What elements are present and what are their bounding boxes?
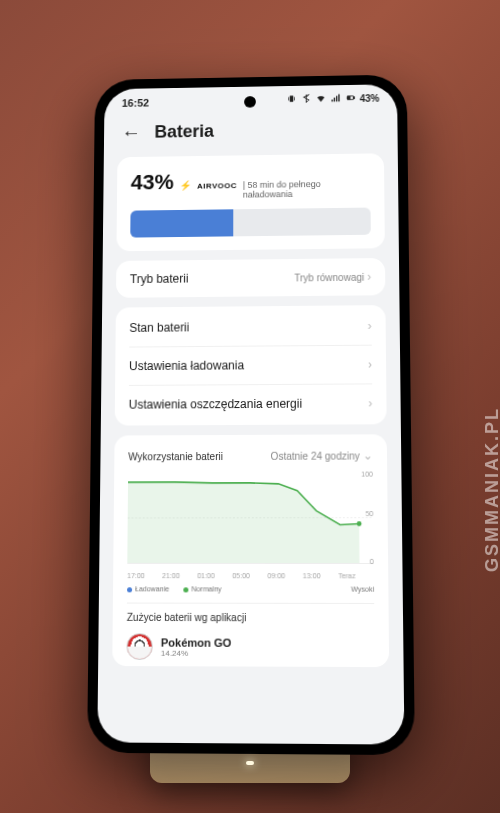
phone-frame: 16:52 43% ← — [87, 74, 415, 755]
x-tick: 09:00 — [267, 572, 285, 579]
battery-percent: 43% — [131, 169, 174, 194]
page-title: Bateria — [154, 121, 213, 142]
battery-summary-card: 43% ⚡ AIRVOOC | 58 min do pełnego nałado… — [116, 153, 384, 251]
site-watermark: GSMMANIAK.PL — [482, 407, 501, 572]
content: 43% ⚡ AIRVOOC | 58 min do pełnego nałado… — [97, 153, 404, 745]
svg-rect-1 — [288, 97, 289, 100]
wifi-icon — [315, 92, 326, 105]
page-header: ← Bateria — [104, 107, 398, 156]
row-battery-health[interactable]: Stan baterii › — [129, 307, 372, 346]
app-name: Pokémon GO — [161, 635, 375, 648]
battery-percent-row: 43% ⚡ AIRVOOC | 58 min do pełnego nałado… — [131, 166, 371, 200]
apps-usage-title: Zużycie baterii wg aplikacji — [127, 602, 375, 627]
row-label: Ustawienia ładowania — [129, 358, 244, 373]
x-tick: 05:00 — [232, 572, 250, 579]
chevron-right-icon: › — [368, 357, 372, 371]
battery-mode-value: Tryb równowagi — [294, 271, 364, 282]
stand-led — [246, 761, 254, 765]
charge-tech-label: AIRVOOC — [197, 181, 237, 190]
charge-eta: | 58 min do pełnego naładowania — [243, 178, 371, 199]
svg-point-7 — [357, 521, 362, 526]
x-tick: 01:00 — [197, 572, 215, 579]
signal-icon — [330, 92, 341, 105]
chevron-right-icon: › — [367, 269, 371, 283]
chart-x-labels: 17:00 21:00 01:00 05:00 09:00 13:00 Tera… — [127, 570, 374, 579]
legend-dot-normal — [183, 586, 188, 591]
legend-label: Ładowanie — [135, 585, 169, 592]
usage-period-label: Ostatnie 24 godziny — [271, 449, 360, 460]
camera-hole — [244, 96, 256, 108]
chart-svg — [127, 472, 374, 562]
x-tick: Teraz — [338, 572, 355, 579]
bluetooth-icon — [301, 93, 312, 106]
chevron-right-icon: › — [368, 396, 372, 410]
charging-bolt-icon: ⚡ — [180, 180, 192, 191]
screen: 16:52 43% ← — [97, 84, 404, 744]
battery-settings-list: Stan baterii › Ustawienia ładowania › Us… — [115, 305, 387, 426]
row-power-saving[interactable]: Ustawienia oszczędzania energii › — [129, 383, 373, 423]
svg-rect-2 — [294, 97, 295, 100]
legend-dot-charging — [127, 586, 132, 591]
row-label: Stan baterii — [129, 320, 189, 334]
status-time: 16:52 — [122, 96, 149, 108]
x-tick: 17:00 — [127, 572, 145, 579]
battery-progress — [130, 207, 371, 237]
row-label: Ustawienia oszczędzania energii — [129, 396, 302, 411]
status-battery-pct: 43% — [360, 93, 380, 104]
legend-label: Normalny — [191, 585, 221, 592]
app-icon-pokemon — [126, 633, 152, 660]
back-icon[interactable]: ← — [121, 121, 141, 143]
x-tick: 21:00 — [162, 572, 180, 579]
battery-mode-label: Tryb baterii — [130, 271, 189, 285]
row-charging-settings[interactable]: Ustawienia ładowania › — [129, 344, 372, 384]
battery-mode-card[interactable]: Tryb baterii Tryb równowagi › — [116, 257, 385, 297]
svg-rect-4 — [354, 96, 355, 98]
usage-card: Wykorzystanie baterii Ostatnie 24 godzin… — [112, 434, 389, 667]
chevron-right-icon: › — [368, 318, 372, 332]
battery-progress-fill — [130, 209, 233, 237]
usage-period-selector[interactable]: Ostatnie 24 godziny ⌄ — [271, 448, 373, 462]
svg-rect-5 — [348, 96, 350, 99]
vibrate-icon — [286, 93, 297, 106]
usage-title: Wykorzystanie baterii — [128, 450, 223, 461]
legend-label-high: Wysoki — [351, 585, 374, 592]
x-tick: 13:00 — [303, 572, 321, 579]
battery-icon — [345, 92, 356, 105]
app-usage-pct: 14.24% — [161, 648, 375, 658]
chevron-down-icon: ⌄ — [363, 448, 373, 462]
battery-usage-chart[interactable]: 100 50 0 — [127, 472, 374, 563]
svg-rect-0 — [290, 95, 294, 101]
app-usage-row[interactable]: Pokémon GO 14.24% — [126, 627, 374, 667]
chart-legend: Ładowanie Normalny Wysoki — [127, 579, 374, 603]
status-icons: 43% — [286, 92, 379, 106]
